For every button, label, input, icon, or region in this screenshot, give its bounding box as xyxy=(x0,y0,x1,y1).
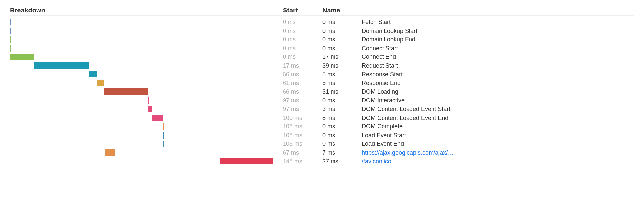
table-header: Start Name xyxy=(283,7,634,16)
table-row: 17 ms39 msRequest Start xyxy=(283,61,634,70)
event-name: Connect End xyxy=(362,53,634,61)
event-name: Request Start xyxy=(362,61,634,70)
duration-value: 8 ms xyxy=(322,114,362,122)
timeline-bar xyxy=(10,54,34,60)
table-row: 56 ms5 msResponse Start xyxy=(283,70,634,79)
chart-row xyxy=(10,44,283,53)
chart-row xyxy=(10,87,283,96)
event-name: Fetch Start xyxy=(362,18,634,27)
timeline-bar xyxy=(163,141,164,147)
table-row: 108 ms0 msLoad Event Start xyxy=(283,131,634,140)
event-name: Load Event End xyxy=(362,140,634,148)
table-row: 108 ms0 msLoad Event End xyxy=(283,140,634,148)
start-value: 0 ms xyxy=(283,44,322,53)
event-name: DOM Content Loaded Event Start xyxy=(362,105,634,114)
start-value: 17 ms xyxy=(283,61,322,70)
event-name: DOM Interactive xyxy=(362,96,634,105)
timeline-bar xyxy=(148,106,152,112)
chart-row xyxy=(10,53,283,61)
duration-value: 5 ms xyxy=(322,70,362,79)
event-name: Connect Start xyxy=(362,44,634,53)
chart-row xyxy=(10,148,283,157)
table-rows: 0 ms0 msFetch Start0 ms0 msDomain Lookup… xyxy=(283,18,634,166)
duration-value: 0 ms xyxy=(322,18,362,27)
event-name: Load Event Start xyxy=(362,131,634,140)
table-row: 0 ms17 msConnect End xyxy=(283,53,634,61)
event-name: Response Start xyxy=(362,70,634,79)
timeline-bar xyxy=(104,88,148,95)
start-value: 56 ms xyxy=(283,70,322,79)
event-name: Domain Lookup End xyxy=(362,35,634,44)
table-row: 0 ms0 msFetch Start xyxy=(283,18,634,27)
timeline-bar xyxy=(105,149,115,156)
chart-rows xyxy=(10,18,283,166)
event-name: DOM Loading xyxy=(362,87,634,96)
resource-link[interactable]: /favicon.ico xyxy=(362,157,634,166)
start-value: 108 ms xyxy=(283,131,322,140)
chart-column: Breakdown xyxy=(10,7,283,166)
start-value: 0 ms xyxy=(283,27,322,35)
breakdown-container: Breakdown Start Name 0 ms0 msFetch Start… xyxy=(10,7,634,166)
chart-row xyxy=(10,35,283,44)
header-start: Start xyxy=(283,7,322,14)
table-row: 0 ms0 msDomain Lookup End xyxy=(283,35,634,44)
duration-value: 0 ms xyxy=(322,44,362,53)
timeline-bar xyxy=(97,80,104,86)
start-value: 0 ms xyxy=(283,18,322,27)
table-row: 97 ms0 msDOM Interactive xyxy=(283,96,634,105)
chart-row xyxy=(10,131,283,140)
header-spacer xyxy=(362,7,634,14)
event-name: Response End xyxy=(362,79,634,88)
resource-link[interactable]: https://ajax.googleapis.com/ajax/… xyxy=(362,148,634,157)
duration-value: 0 ms xyxy=(322,96,362,105)
table-row: 97 ms3 msDOM Content Loaded Event Start xyxy=(283,105,634,114)
table-row: 67 ms7 mshttps://ajax.googleapis.com/aja… xyxy=(283,148,634,157)
timeline-bar xyxy=(163,123,164,130)
duration-value: 17 ms xyxy=(322,53,362,61)
duration-value: 5 ms xyxy=(322,79,362,88)
start-value: 61 ms xyxy=(283,79,322,88)
timeline-bar xyxy=(10,45,11,52)
start-value: 100 ms xyxy=(283,114,322,122)
event-name: DOM Complete xyxy=(362,122,634,131)
start-value: 67 ms xyxy=(283,148,322,157)
duration-value: 7 ms xyxy=(322,148,362,157)
chart-row xyxy=(10,96,283,105)
table-row: 108 ms0 msDOM Complete xyxy=(283,122,634,131)
start-value: 148 ms xyxy=(283,157,322,166)
duration-value: 0 ms xyxy=(322,27,362,35)
chart-row xyxy=(10,114,283,122)
chart-header: Breakdown xyxy=(10,7,283,16)
start-value: 108 ms xyxy=(283,140,322,148)
timeline-bar xyxy=(163,132,164,139)
chart-row xyxy=(10,140,283,148)
start-value: 97 ms xyxy=(283,105,322,114)
table-row: 66 ms31 msDOM Loading xyxy=(283,87,634,96)
timeline-bar xyxy=(152,115,163,121)
start-value: 0 ms xyxy=(283,53,322,61)
timeline-bar xyxy=(220,158,273,164)
timeline-bar xyxy=(148,97,149,104)
table-row: 148 ms37 ms/favicon.ico xyxy=(283,157,634,166)
table-row: 0 ms0 msDomain Lookup Start xyxy=(283,27,634,35)
chart-row xyxy=(10,70,283,79)
event-name: DOM Content Loaded Event End xyxy=(362,114,634,122)
table-row: 61 ms5 msResponse End xyxy=(283,79,634,88)
chart-row xyxy=(10,157,283,166)
duration-value: 0 ms xyxy=(322,140,362,148)
timeline-bar xyxy=(10,19,11,25)
table-column: Start Name 0 ms0 msFetch Start0 ms0 msDo… xyxy=(283,7,634,166)
duration-value: 0 ms xyxy=(322,131,362,140)
duration-value: 0 ms xyxy=(322,35,362,44)
chart-row xyxy=(10,61,283,70)
duration-value: 31 ms xyxy=(322,87,362,96)
start-value: 97 ms xyxy=(283,96,322,105)
timeline-bar xyxy=(10,36,11,43)
duration-value: 0 ms xyxy=(322,122,362,131)
table-row: 0 ms0 msConnect Start xyxy=(283,44,634,53)
chart-row xyxy=(10,27,283,35)
event-name: Domain Lookup Start xyxy=(362,27,634,35)
header-name: Name xyxy=(322,7,362,14)
timeline-bar xyxy=(10,28,11,34)
start-value: 66 ms xyxy=(283,87,322,96)
